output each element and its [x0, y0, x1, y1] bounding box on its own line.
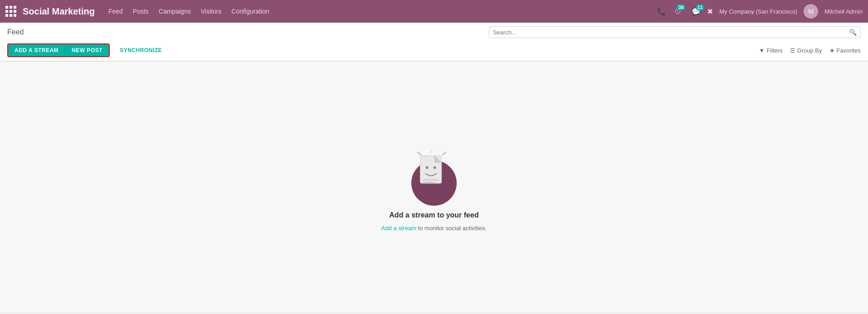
subheader-top-row: Feed 🔍 — [7, 26, 861, 38]
synchronize-button[interactable]: SYNCHRONIZE — [115, 44, 166, 56]
top-navigation: Social Marketing Feed Posts Campaigns Vi… — [0, 0, 868, 23]
new-post-button[interactable]: NEW POST — [65, 44, 109, 56]
filter-icon: ▼ — [759, 47, 765, 54]
topnav-right-area: 📞 ⏱ 38 💬 11 ✖ My Company (San Francisco)… — [657, 4, 863, 19]
add-stream-link[interactable]: Add a stream — [381, 225, 416, 232]
empty-state-subtitle: Add a stream to monitor social activitie… — [381, 225, 487, 232]
svg-line-0 — [418, 152, 421, 155]
primary-button-group: ADD A STREAM NEW POST — [7, 43, 110, 57]
search-input[interactable] — [493, 29, 849, 36]
svg-line-2 — [443, 152, 446, 155]
group-by-label: Group By — [797, 47, 822, 54]
chat-badge: 11 — [696, 5, 704, 10]
menu-visitors[interactable]: Visitors — [201, 8, 222, 15]
menu-feed[interactable]: Feed — [108, 8, 123, 15]
close-icon[interactable]: ✖ — [707, 7, 713, 16]
subheader-actions-row: ADD A STREAM NEW POST SYNCHRONIZE ▼ Filt… — [7, 41, 861, 61]
empty-state-subtitle-suffix: to monitor social activities. — [416, 225, 487, 232]
menu-campaigns[interactable]: Campaigns — [159, 8, 191, 15]
favorites-button[interactable]: ★ Favorites — [829, 47, 861, 54]
empty-state-title: Add a stream to your feed — [389, 211, 478, 219]
document-icon — [416, 151, 448, 190]
svg-point-7 — [426, 166, 429, 169]
apps-menu-icon[interactable] — [5, 6, 16, 17]
search-icon: 🔍 — [849, 29, 857, 36]
app-title: Social Marketing — [23, 6, 95, 17]
svg-rect-10 — [423, 182, 434, 183]
avatar-initials: M — [808, 8, 814, 15]
main-content: Add a stream to your feed Add a stream t… — [0, 62, 868, 312]
filters-label: Filters — [766, 47, 782, 54]
subheader: Feed 🔍 ADD A STREAM NEW POST SYNCHRONIZE… — [0, 23, 868, 61]
phone-icon-button[interactable]: 📞 — [657, 7, 666, 16]
main-menu: Feed Posts Campaigns Visitors Configurat… — [108, 8, 657, 15]
menu-configuration[interactable]: Configuration — [231, 8, 269, 15]
user-name: Mitchell Admin — [824, 8, 863, 15]
page-title: Feed — [7, 28, 24, 36]
group-by-icon: ☰ — [790, 47, 795, 54]
add-stream-button[interactable]: ADD A STREAM — [8, 44, 65, 56]
star-icon: ★ — [829, 47, 835, 54]
filter-area: ▼ Filters ☰ Group By ★ Favorites — [759, 47, 861, 54]
empty-illustration — [407, 151, 461, 206]
phone-icon: 📞 — [657, 7, 666, 16]
favorites-label: Favorites — [837, 47, 861, 54]
svg-rect-9 — [423, 179, 439, 180]
group-by-button[interactable]: ☰ Group By — [790, 47, 822, 54]
company-name: My Company (San Francisco) — [719, 8, 797, 15]
chat-icon-button[interactable]: 💬 11 — [692, 7, 701, 16]
avatar[interactable]: M — [804, 4, 818, 19]
search-bar: 🔍 — [489, 26, 861, 38]
empty-state: Add a stream to your feed Add a stream t… — [381, 142, 487, 232]
timer-badge: 38 — [677, 5, 685, 10]
svg-point-8 — [434, 166, 436, 169]
filters-button[interactable]: ▼ Filters — [759, 47, 782, 54]
timer-icon-button[interactable]: ⏱ 38 — [674, 7, 682, 15]
menu-posts[interactable]: Posts — [133, 8, 149, 15]
